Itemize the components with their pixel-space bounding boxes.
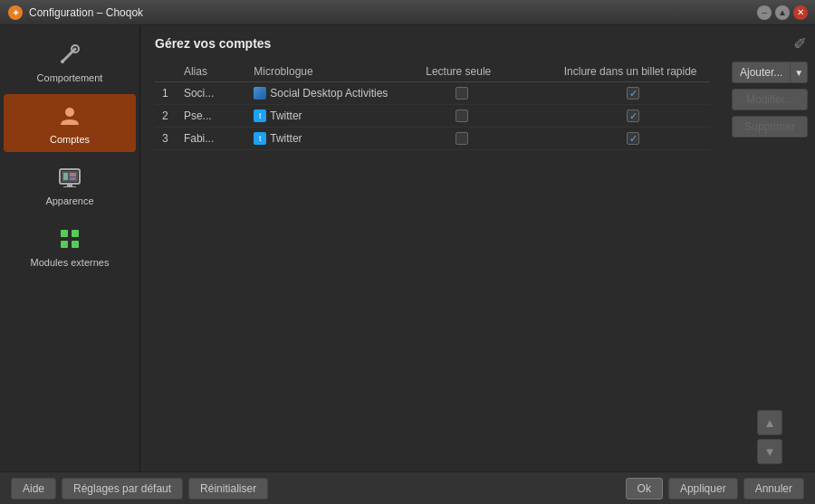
page-title: Gérez vos comptes	[155, 36, 710, 51]
include-checkbox[interactable]	[627, 132, 639, 145]
right-panel: ✏ Ajouter... ▼ Modifier... Supprimer ▲ ▼	[724, 25, 815, 471]
appearance-icon	[55, 163, 84, 192]
apply-button[interactable]: Appliquer	[668, 478, 738, 499]
readonly-checkbox[interactable]	[455, 87, 468, 100]
social-icon	[254, 87, 266, 100]
svg-rect-13	[63, 186, 76, 187]
minimize-button[interactable]: –	[757, 5, 772, 20]
add-button[interactable]: Ajouter...	[733, 62, 790, 82]
col-header-micro: Microblogue	[246, 62, 418, 82]
sidebar-label-comportement: Comportement	[37, 72, 103, 83]
row-spacer	[506, 82, 557, 105]
content-area: Gérez vos comptes Alias Microblogue Lect…	[140, 25, 724, 471]
sidebar-label-modules: Modules externes	[31, 257, 110, 268]
sidebar-item-comportement[interactable]: Comportement	[4, 33, 136, 90]
wrench-icon	[55, 40, 84, 69]
svg-rect-17	[72, 241, 79, 248]
row-spacer	[506, 105, 557, 128]
row-service: t Twitter	[246, 105, 418, 128]
pencil-icon: ✏	[789, 31, 812, 54]
close-button[interactable]: ✕	[793, 5, 808, 20]
accounts-table: Alias Microblogue Lecture seule Inclure …	[155, 62, 710, 150]
move-buttons: ▲ ▼	[732, 410, 808, 464]
row-num: 3	[155, 128, 177, 150]
col-header-include: Inclure dans un billet rapide	[557, 62, 710, 82]
modules-icon	[55, 224, 84, 253]
move-down-button[interactable]: ▼	[757, 439, 782, 464]
reset-button[interactable]: Réinitialiser	[188, 478, 268, 499]
svg-rect-9	[63, 173, 68, 180]
row-include	[557, 82, 710, 105]
sidebar-item-comptes[interactable]: Comptes	[4, 94, 136, 152]
include-checkbox[interactable]	[627, 87, 639, 100]
row-alias: Soci...	[177, 82, 246, 105]
ok-button[interactable]: Ok	[626, 478, 663, 499]
svg-rect-11	[70, 177, 76, 180]
readonly-checkbox[interactable]	[455, 132, 468, 145]
col-header-num	[155, 62, 177, 82]
footer: Aide Réglages par défaut Réinitialiser O…	[0, 471, 815, 504]
move-up-button[interactable]: ▲	[757, 410, 782, 435]
main-layout: Comportement Comptes	[0, 25, 815, 471]
app-icon: ✦	[7, 5, 24, 21]
service-name: Social Desktop Activities	[270, 87, 388, 100]
sidebar: Comportement Comptes	[0, 25, 140, 471]
col-header-readonly: Lecture seule	[418, 62, 505, 82]
add-split-button[interactable]: Ajouter... ▼	[732, 62, 808, 83]
include-checkbox[interactable]	[627, 109, 639, 122]
svg-line-3	[62, 49, 75, 62]
svg-rect-16	[61, 241, 68, 248]
col-header-alias: Alias	[177, 62, 246, 82]
row-readonly	[418, 105, 505, 128]
row-num: 2	[155, 105, 177, 128]
titlebar: ✦ Configuration – Choqok – ▲ ✕	[0, 0, 815, 25]
sidebar-item-modules[interactable]: Modules externes	[4, 217, 136, 275]
accounts-icon	[55, 101, 84, 130]
table-row[interactable]: 2 Pse... t Twitter	[155, 105, 710, 128]
svg-rect-12	[67, 184, 72, 186]
row-include	[557, 128, 710, 150]
footer-left: Aide Réglages par défaut Réinitialiser	[11, 478, 618, 499]
svg-point-6	[65, 108, 74, 117]
svg-rect-15	[72, 230, 79, 237]
sidebar-label-apparence: Apparence	[45, 195, 93, 206]
window-title: Configuration – Choqok	[29, 6, 757, 19]
twitter-icon: t	[254, 132, 266, 145]
svg-text:✦: ✦	[12, 7, 20, 18]
row-service: Social Desktop Activities	[246, 82, 418, 105]
row-num: 1	[155, 82, 177, 105]
maximize-button[interactable]: ▲	[775, 5, 790, 20]
row-service: t Twitter	[246, 128, 418, 150]
help-button[interactable]: Aide	[11, 478, 56, 499]
table-row[interactable]: 3 Fabi... t Twitter	[155, 128, 710, 150]
edit-button[interactable]: Modifier...	[732, 89, 808, 110]
table-row[interactable]: 1 Soci... Social Desktop Activities	[155, 82, 710, 105]
add-dropdown-arrow[interactable]: ▼	[790, 62, 807, 82]
row-readonly	[418, 128, 505, 150]
sidebar-label-comptes: Comptes	[50, 134, 90, 145]
row-alias: Pse...	[177, 105, 246, 128]
footer-right: Ok Appliquer Annuler	[626, 478, 804, 499]
svg-rect-10	[70, 173, 76, 176]
col-header-spacer	[506, 62, 557, 82]
svg-point-5	[61, 60, 64, 63]
row-spacer	[506, 128, 557, 150]
row-include	[557, 105, 710, 128]
defaults-button[interactable]: Réglages par défaut	[62, 478, 183, 499]
down-arrow-icon: ▼	[763, 445, 775, 459]
row-alias: Fabi...	[177, 128, 246, 150]
sidebar-item-apparence[interactable]: Apparence	[4, 156, 136, 214]
svg-rect-14	[61, 230, 68, 237]
delete-button[interactable]: Supprimer	[732, 116, 808, 138]
service-name: Twitter	[270, 132, 302, 145]
row-readonly	[418, 82, 505, 105]
twitter-icon: t	[254, 109, 266, 122]
cancel-button[interactable]: Annuler	[743, 478, 804, 499]
service-name: Twitter	[270, 109, 302, 122]
readonly-checkbox[interactable]	[455, 109, 468, 122]
window-controls: – ▲ ✕	[757, 5, 808, 20]
up-arrow-icon: ▲	[763, 416, 775, 430]
